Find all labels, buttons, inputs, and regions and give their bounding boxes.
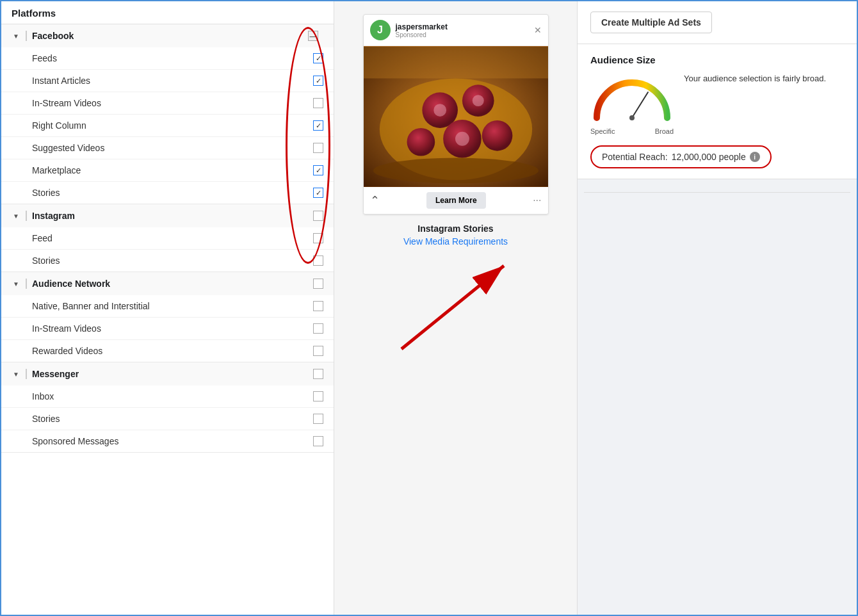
audience-network-expand-arrow: ▼ (12, 279, 20, 288)
instagram-label: Instagram (32, 211, 75, 221)
potential-reach-row: Potential Reach: 12,000,000 people i (590, 145, 844, 168)
feeds-label: Feeds (32, 53, 313, 63)
messenger-expand-arrow: ▼ (12, 369, 20, 378)
rewarded-videos-label: Rewarded Videos (32, 346, 313, 356)
potential-reach-label: Potential Reach: (602, 152, 668, 162)
instream-videos-checkbox[interactable] (313, 98, 323, 108)
rewarded-videos-item: Rewarded Videos (1, 340, 334, 362)
ad-image (364, 46, 548, 187)
ad-close-icon[interactable]: ✕ (534, 25, 542, 35)
audience-size-section: Audience Size (578, 44, 857, 179)
ad-footer: ⌃ Learn More ··· (364, 187, 548, 214)
audience-instream-label: In-Stream Videos (32, 323, 313, 334)
ad-menu-dots[interactable]: ··· (533, 195, 541, 206)
instagram-stories-label: Stories (32, 255, 313, 266)
arrow-svg (363, 253, 549, 355)
svg-line-15 (632, 92, 648, 118)
right-bottom (578, 179, 857, 615)
right-column-checkbox[interactable]: ✓ (313, 120, 323, 131)
marketplace-checkbox[interactable]: ✓ (313, 165, 323, 175)
instagram-stories-checkbox[interactable] (313, 255, 323, 266)
messenger-group-checkbox[interactable] (313, 369, 323, 379)
facebook-instant-articles-item: Instant Articles ✓ (1, 70, 334, 92)
sponsored-messages-item: Sponsored Messages (1, 430, 334, 452)
gauge-specific-label: Specific (590, 127, 615, 135)
divider (26, 279, 27, 289)
platforms-title: Platforms (12, 8, 56, 19)
ad-preview-header: J jaspersmarket Sponsored ✕ (364, 15, 548, 46)
messenger-inbox-checkbox[interactable] (313, 391, 323, 401)
audience-network-group-checkbox[interactable] (313, 279, 323, 289)
ad-avatar: J (370, 20, 391, 40)
instream-videos-label: In-Stream Videos (32, 98, 313, 108)
platform-list: ▼ Facebook — Feeds ✓ Instant Articles ✓ … (1, 24, 334, 453)
gauge-wrapper: Specific Broad (590, 73, 674, 135)
rewarded-videos-checkbox[interactable] (313, 346, 323, 356)
right-top-section: Create Multiple Ad Sets (578, 1, 857, 44)
instagram-stories-item: Stories (1, 250, 334, 272)
facebook-stories-item: Stories ✓ (1, 182, 334, 204)
potential-reach-value: 12,000,000 people (672, 152, 746, 162)
facebook-group-checkbox[interactable]: — (308, 31, 318, 41)
facebook-suggested-videos-item: Suggested Videos (1, 137, 334, 159)
svg-point-16 (629, 115, 635, 120)
potential-reach-box: Potential Reach: 12,000,000 people i (590, 145, 772, 168)
svg-line-14 (401, 266, 504, 349)
info-icon[interactable]: i (750, 152, 760, 162)
separator (584, 192, 850, 193)
audience-network-group-header[interactable]: ▼ Audience Network (1, 272, 334, 295)
ad-preview-card: J jaspersmarket Sponsored ✕ (363, 14, 549, 215)
ad-sponsored-label: Sponsored (396, 31, 534, 38)
divider (26, 211, 27, 221)
audience-instream-checkbox[interactable] (313, 323, 323, 334)
instagram-feed-item: Feed (1, 227, 334, 250)
messenger-group-header[interactable]: ▼ Messenger (1, 362, 334, 385)
platform-group-audience-network: ▼ Audience Network Native, Banner and In… (1, 272, 334, 362)
svg-point-10 (455, 132, 469, 146)
instagram-group-checkbox[interactable] (313, 211, 323, 221)
instagram-group-header[interactable]: ▼ Instagram (1, 204, 334, 227)
facebook-group-header[interactable]: ▼ Facebook — (1, 24, 334, 47)
instagram-feed-checkbox[interactable] (313, 233, 323, 243)
platform-group-instagram: ▼ Instagram Feed Stories (1, 204, 334, 272)
suggested-videos-label: Suggested Videos (32, 143, 313, 153)
instant-articles-checkbox[interactable]: ✓ (313, 76, 323, 86)
ad-image-svg (364, 46, 548, 187)
messenger-stories-item: Stories (1, 408, 334, 430)
main-container: Platforms ▼ Facebook — Feeds ✓ Instant A… (0, 0, 858, 616)
gauge-container: Specific Broad Your audience selection i… (590, 73, 844, 135)
messenger-stories-label: Stories (32, 414, 313, 424)
view-media-link[interactable]: View Media Requirements (403, 236, 508, 247)
facebook-stories-label: Stories (32, 188, 313, 198)
audience-description: Your audience selection is fairly broad. (684, 73, 844, 85)
instagram-feed-label: Feed (32, 233, 313, 243)
divider (26, 31, 27, 41)
facebook-marketplace-item: Marketplace ✓ (1, 159, 334, 182)
ad-image-inner (364, 46, 548, 187)
feeds-checkbox[interactable]: ✓ (313, 53, 323, 63)
platform-group-messenger: ▼ Messenger Inbox Stories Sponsored Mess… (1, 362, 334, 453)
left-panel: Platforms ▼ Facebook — Feeds ✓ Instant A… (1, 1, 334, 615)
gauge-labels: Specific Broad (590, 127, 674, 135)
sponsored-messages-checkbox[interactable] (313, 436, 323, 446)
facebook-label: Facebook (32, 31, 74, 41)
chevron-up-icon: ⌃ (370, 193, 380, 207)
sponsored-messages-label: Sponsored Messages (32, 436, 313, 446)
create-multiple-ad-sets-button[interactable]: Create Multiple Ad Sets (590, 12, 712, 33)
right-panel: Create Multiple Ad Sets Audience Size (578, 1, 857, 615)
messenger-stories-checkbox[interactable] (313, 414, 323, 424)
arrow-annotation-container (363, 253, 549, 355)
platform-group-facebook: ▼ Facebook — Feeds ✓ Instant Articles ✓ … (1, 24, 334, 204)
middle-panel: J jaspersmarket Sponsored ✕ (334, 1, 578, 615)
facebook-stories-checkbox[interactable]: ✓ (313, 188, 323, 198)
suggested-videos-checkbox[interactable] (313, 143, 323, 153)
svg-point-7 (482, 120, 512, 151)
facebook-instream-videos-item: In-Stream Videos (1, 92, 334, 115)
preview-title: Instagram Stories (417, 223, 493, 234)
learn-more-button[interactable]: Learn More (426, 192, 486, 209)
native-banner-checkbox[interactable] (313, 301, 323, 311)
svg-rect-12 (364, 47, 548, 79)
gauge-broad-label: Broad (655, 127, 674, 135)
facebook-feeds-item: Feeds ✓ (1, 47, 334, 70)
audience-gauge-svg (590, 73, 674, 124)
